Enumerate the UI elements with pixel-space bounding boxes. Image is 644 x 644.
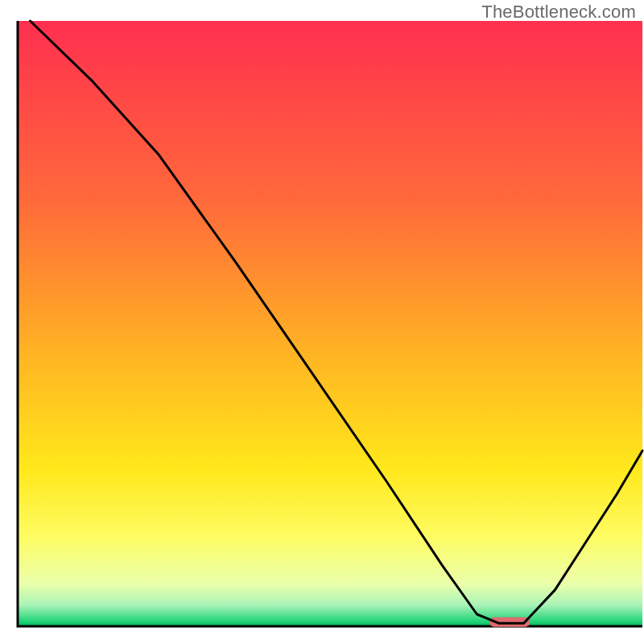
chart-container: TheBottleneck.com [0, 0, 644, 644]
bottleneck-chart [0, 0, 644, 644]
watermark-label: TheBottleneck.com [481, 2, 636, 23]
gradient-background [18, 21, 642, 626]
